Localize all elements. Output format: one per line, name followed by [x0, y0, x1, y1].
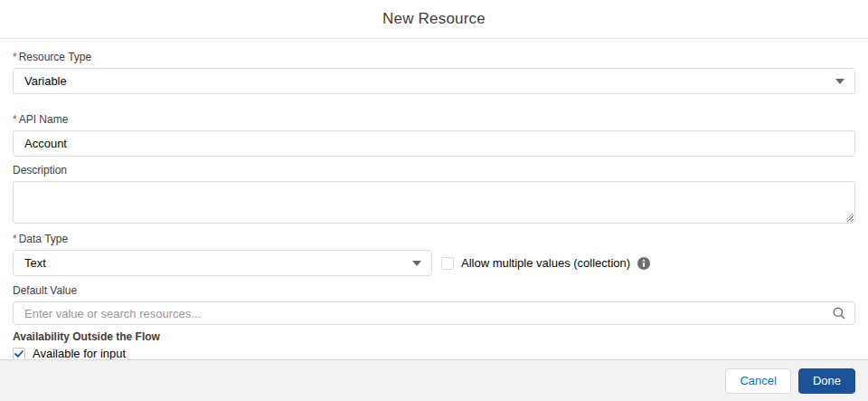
data-type-input[interactable] — [13, 250, 432, 276]
data-type-label-text: Data Type — [19, 233, 68, 245]
new-resource-dialog: New Resource *Resource Type *API Name De… — [0, 0, 868, 401]
cancel-button[interactable]: Cancel — [725, 368, 790, 394]
required-asterisk: * — [13, 51, 17, 63]
field-description: Description — [13, 164, 855, 224]
info-icon[interactable] — [637, 257, 650, 270]
field-resource-type: *Resource Type — [13, 51, 855, 94]
default-value-label: Default Value — [13, 284, 855, 298]
api-name-label: *API Name — [13, 113, 855, 127]
api-name-label-text: API Name — [19, 113, 69, 126]
default-value-input[interactable] — [13, 301, 855, 325]
description-textarea[interactable] — [13, 181, 855, 224]
field-data-type: *Data Type — [13, 233, 432, 276]
field-default-value: Default Value — [13, 284, 855, 325]
field-data-type-row: *Data Type Allow multiple values (collec… — [13, 233, 855, 276]
dialog-body: *Resource Type *API Name Description — [0, 39, 868, 377]
available-for-input-checkbox[interactable] — [13, 348, 25, 360]
description-label-text: Description — [13, 164, 67, 177]
resource-type-input[interactable] — [13, 68, 855, 94]
resource-type-label: *Resource Type — [13, 51, 855, 64]
description-textarea-wrap — [13, 181, 855, 224]
availability-heading: Availability Outside the Flow — [13, 330, 855, 344]
availability-input-row: Available for input — [13, 347, 855, 360]
data-type-combobox[interactable] — [13, 250, 432, 276]
dialog-title: New Resource — [382, 10, 486, 28]
api-name-input[interactable] — [13, 130, 855, 157]
checkmark-icon — [14, 350, 24, 358]
resource-type-combobox[interactable] — [13, 68, 855, 94]
required-asterisk: * — [13, 113, 17, 126]
default-value-label-text: Default Value — [13, 284, 77, 297]
resource-type-label-text: Resource Type — [19, 51, 92, 63]
required-asterisk: * — [13, 233, 17, 245]
allow-multiple-label: Allow multiple values (collection) — [461, 256, 630, 270]
description-label: Description — [13, 164, 855, 177]
field-api-name: *API Name — [13, 113, 855, 157]
allow-multiple-group: Allow multiple values (collection) — [441, 250, 650, 276]
data-type-label: *Data Type — [13, 233, 432, 246]
dialog-header: New Resource — [0, 0, 868, 39]
dialog-footer: Cancel Done — [0, 359, 868, 401]
default-value-search-combobox — [13, 301, 855, 325]
done-button[interactable]: Done — [798, 368, 855, 394]
allow-multiple-checkbox[interactable] — [441, 257, 454, 270]
available-for-input-label: Available for input — [33, 347, 126, 360]
